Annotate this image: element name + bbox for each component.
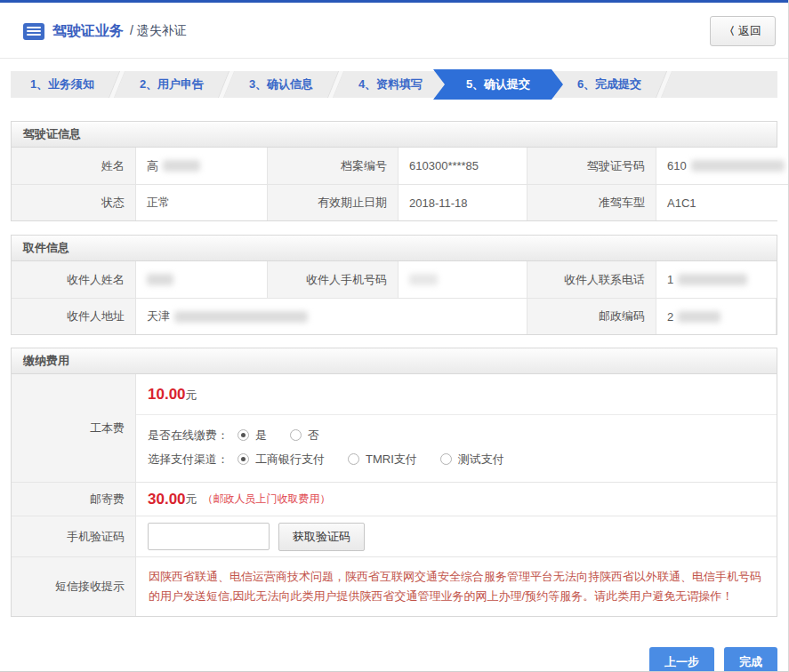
pay-channel-row: 选择支付渠道： 工商银行支付 TMRI支付 测试支付 bbox=[148, 447, 765, 471]
step-2-user-declaration[interactable]: 2、用户申告 bbox=[120, 71, 223, 98]
production-fee-label: 工本费 bbox=[12, 374, 136, 482]
step-5-confirm-submit-active[interactable]: 5、确认提交 bbox=[433, 69, 563, 100]
sms-code-cell: 获取验证码 bbox=[136, 516, 777, 556]
redacted-value bbox=[691, 160, 785, 172]
file-number-value: 610300****85 bbox=[399, 148, 527, 184]
redacted-value bbox=[678, 311, 721, 323]
radio-unchecked-icon[interactable] bbox=[290, 429, 302, 441]
status-value: 正常 bbox=[136, 184, 268, 220]
vehicle-type-label: 准驾车型 bbox=[527, 184, 656, 220]
expiry-label: 有效期止日期 bbox=[268, 184, 399, 220]
redacted-value bbox=[174, 311, 308, 323]
expiry-value: 2018-11-18 bbox=[399, 184, 527, 220]
license-number-label: 驾驶证号码 bbox=[527, 148, 656, 184]
radio-checked-icon[interactable] bbox=[238, 429, 249, 441]
fees-section-title: 缴纳费用 bbox=[12, 348, 777, 374]
redacted-value bbox=[147, 274, 173, 285]
channel-tmri-label: TMRI支付 bbox=[366, 452, 417, 468]
redacted-value bbox=[163, 160, 200, 172]
sms-note-label: 短信接收提示 bbox=[12, 556, 136, 616]
currency-unit: 元 bbox=[186, 388, 197, 402]
sms-code-input[interactable] bbox=[148, 523, 270, 550]
currency-unit: 元 bbox=[186, 492, 197, 508]
license-number-value: 610 bbox=[656, 148, 789, 184]
back-button-label: 返回 bbox=[738, 23, 761, 39]
chevron-left-icon: 〈 bbox=[724, 24, 735, 39]
step-6-complete-submit[interactable]: 6、完成提交 bbox=[558, 71, 661, 98]
pay-channel-question: 选择支付渠道： bbox=[148, 452, 229, 468]
redacted-value bbox=[678, 274, 747, 285]
pickup-info-section: 取件信息 收件人姓名 收件人手机号码 收件人联系电话 1 收件人地址 天津 邮政… bbox=[11, 235, 777, 335]
recipient-name-value bbox=[136, 261, 268, 298]
recipient-mobile-value bbox=[399, 261, 527, 298]
license-section-title: 驾驶证信息 bbox=[12, 122, 777, 148]
channel-icbc-label: 工商银行支付 bbox=[255, 452, 325, 468]
recipient-phone-label: 收件人联系电话 bbox=[527, 261, 656, 298]
vehicle-type-value: A1C1 bbox=[656, 184, 789, 220]
postcode-value: 2 bbox=[656, 298, 777, 334]
status-label: 状态 bbox=[12, 184, 136, 220]
postcode-label: 邮政编码 bbox=[527, 298, 656, 334]
radio-unchecked-icon[interactable] bbox=[348, 453, 359, 465]
channel-tmri-option[interactable]: TMRI支付 bbox=[348, 452, 417, 468]
recipient-mobile-label: 收件人手机号码 bbox=[268, 261, 399, 298]
online-pay-row: 是否在线缴费： 是 否 bbox=[148, 423, 765, 447]
recipient-name-label: 收件人姓名 bbox=[12, 261, 136, 298]
license-info-section: 驾驶证信息 姓名 高 档案编号 610300****85 驾驶证号码 610 状… bbox=[11, 121, 777, 221]
mail-fee-note: （邮政人员上门收取费用） bbox=[203, 492, 331, 507]
list-icon bbox=[23, 23, 44, 40]
name-value: 高 bbox=[136, 148, 268, 184]
recipient-address-value: 天津 bbox=[136, 298, 527, 334]
production-fee-amount: 10.00 bbox=[148, 386, 186, 403]
recipient-address-label: 收件人地址 bbox=[12, 298, 136, 334]
file-number-label: 档案编号 bbox=[268, 148, 399, 184]
get-code-button[interactable]: 获取验证码 bbox=[278, 523, 365, 551]
sms-note-text: 因陕西省联通、电信运营商技术问题，陕西省互联网交通安全综合服务管理平台无法向持陕… bbox=[136, 556, 777, 616]
recipient-phone-value: 1 bbox=[656, 261, 777, 298]
mail-fee-cell: 30.00元 （邮政人员上门收取费用） bbox=[136, 482, 777, 516]
channel-test-label: 测试支付 bbox=[458, 452, 504, 468]
name-label: 姓名 bbox=[12, 148, 136, 184]
page-header: 驾驶证业务 / 遗失补证 〈 返回 bbox=[0, 3, 788, 59]
back-button[interactable]: 〈 返回 bbox=[710, 16, 776, 46]
step-navigation: 1、业务须知 2、用户申告 3、确认信息 4、资料填写 5、确认提交 6、完成提… bbox=[11, 71, 777, 98]
previous-step-button[interactable]: 上一步 bbox=[649, 647, 714, 672]
production-fee-cell: 10.00元 是否在线缴费： 是 否 选择支付渠道： bbox=[136, 374, 777, 482]
step-1-business-notice[interactable]: 1、业务须知 bbox=[11, 71, 114, 98]
online-pay-yes-label: 是 bbox=[255, 428, 267, 444]
channel-test-option[interactable]: 测试支付 bbox=[440, 452, 504, 468]
footer-actions: 上一步 完成 bbox=[11, 647, 777, 672]
sms-code-label: 手机验证码 bbox=[12, 516, 136, 556]
step-4-fill-data[interactable]: 4、资料填写 bbox=[339, 71, 442, 98]
online-pay-yes-option[interactable]: 是 bbox=[238, 428, 267, 444]
radio-unchecked-icon[interactable] bbox=[440, 453, 452, 465]
online-pay-no-option[interactable]: 否 bbox=[290, 428, 319, 444]
mail-fee-label: 邮寄费 bbox=[12, 482, 136, 516]
step-3-confirm-info[interactable]: 3、确认信息 bbox=[229, 71, 333, 98]
radio-checked-icon[interactable] bbox=[238, 453, 249, 465]
redacted-value bbox=[409, 274, 438, 285]
finish-button[interactable]: 完成 bbox=[724, 647, 777, 672]
breadcrumb-subtitle: / 遗失补证 bbox=[130, 23, 187, 39]
mail-fee-amount: 30.00 bbox=[148, 491, 186, 508]
fees-section: 缴纳费用 工本费 10.00元 是否在线缴费： 是 否 bbox=[11, 348, 777, 617]
pickup-section-title: 取件信息 bbox=[12, 236, 777, 261]
page-title: 驾驶证业务 bbox=[52, 22, 124, 41]
online-pay-no-label: 否 bbox=[308, 428, 319, 444]
online-pay-question: 是否在线缴费： bbox=[148, 428, 229, 444]
channel-icbc-option[interactable]: 工商银行支付 bbox=[238, 452, 325, 468]
